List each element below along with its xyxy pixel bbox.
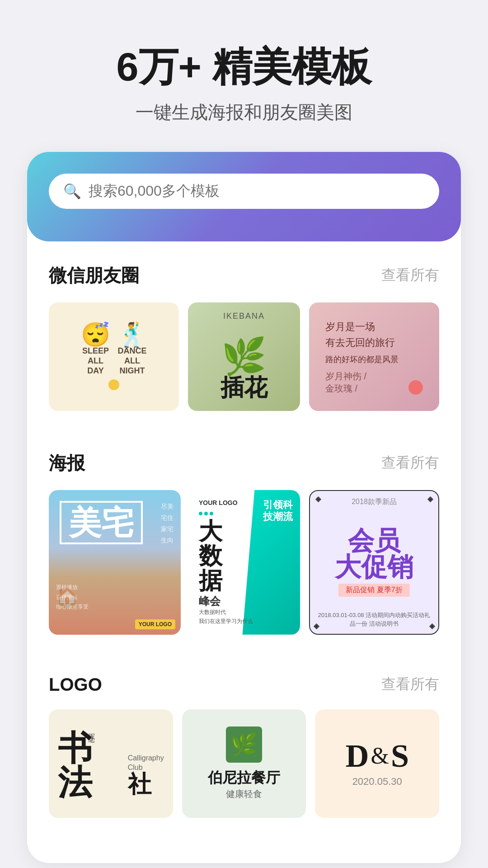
poster-2-title: 大数据: [199, 519, 291, 593]
restaurant-name: 伯尼拉餐厅: [208, 768, 280, 788]
poster-2-detail: 大数据时代我们在这里学习为什么: [199, 608, 291, 625]
dance-text: DANCEALLNIGHT: [117, 346, 146, 376]
monogram-letter2: S: [391, 740, 409, 772]
wechat-section-title: 微信朋友圈: [49, 263, 139, 288]
dance-emoji: 🕺: [117, 323, 147, 346]
poster-2-event: 峰会: [199, 595, 291, 608]
monogram-date: 2020.05.30: [352, 776, 402, 788]
sleep-text: SLEEPALLDAY: [82, 346, 109, 376]
wechat-section-header: 微信朋友圈 查看所有: [49, 263, 439, 288]
house-icon: 🏠: [56, 586, 79, 608]
search-bar[interactable]: 🔍: [49, 174, 439, 209]
search-icon: 🔍: [63, 183, 81, 200]
restaurant-sub: 健康轻食: [226, 788, 262, 800]
header-subtitle: 一键生成海报和朋友圈美图: [27, 100, 461, 125]
poster-section: 海报 查看所有 美宅 尽美宅住家宅生向 置样播放 百伴摄效 细心惬意享受 YOU…: [27, 429, 461, 635]
poster-3-bottom-deco: ◈ ◈: [314, 622, 435, 630]
plant-icon: 🌿: [221, 335, 267, 378]
poster-cards-row: 美宅 尽美宅住家宅生向 置样播放 百伴摄效 细心惬意享受 YOUR LOGO 🏠…: [49, 490, 439, 635]
restaurant-icon: 🌿: [226, 726, 262, 763]
poem-text: 岁月是一场 有去无回的旅行 路的好坏的都是风景: [325, 319, 423, 367]
calligraphy-en: Calligraphy Club: [128, 754, 164, 773]
monogram-ampersand: &: [371, 744, 389, 768]
wechat-card-sleep-dance[interactable]: 😴 SLEEPALLDAY 🕺 DANCEALLNIGHT: [49, 302, 179, 411]
logo-card-calligraphy[interactable]: 挥毫 书法 Calligraphy Club 社: [49, 709, 173, 818]
poster-card-bigdata[interactable]: YOUR LOGO 大数据 峰会 大数据时代我们在这里学习为什么 引领科技潮流: [190, 490, 300, 635]
monogram-row: D & S: [345, 740, 409, 772]
poster-section-title: 海报: [49, 451, 85, 476]
logo-section-header: LOGO 查看所有: [49, 675, 439, 695]
header-section: 6万+ 精美模板 一键生成海报和朋友圈美图: [0, 0, 488, 152]
poster-3-sub: 新品促销 夏季7折: [338, 584, 409, 597]
logo-card-ds[interactable]: D & S 2020.05.30: [315, 709, 439, 818]
search-header: 🔍: [27, 152, 461, 241]
wechat-section: 微信朋友圈 查看所有 😴 SLEEPALLDAY 🕺 DANCEALLNIGHT: [27, 241, 461, 411]
logo-view-all-link[interactable]: 查看所有: [381, 675, 439, 694]
orange-dot: [408, 380, 423, 395]
ikebana-cn-text: 插花: [188, 372, 300, 404]
poster-1-title: 美宅: [60, 501, 143, 544]
yellow-dot: [108, 379, 119, 390]
wechat-view-all-link[interactable]: 查看所有: [381, 265, 439, 285]
logo-section-title: LOGO: [49, 675, 102, 695]
logo-section: LOGO 查看所有 挥毫 书法 Calligraphy Club 社: [27, 653, 461, 818]
poster-3-year: 2018款季新品: [310, 497, 438, 507]
wechat-cards-row: 😴 SLEEPALLDAY 🕺 DANCEALLNIGHT IKEBANA 🌿 …: [49, 302, 439, 411]
calligraphy-cn-bottom: 社: [128, 773, 151, 796]
poem-tag: 岁月神伤 / 金玫瑰 /: [325, 370, 366, 395]
ikebana-en-text: IKEBANA: [188, 311, 300, 321]
poster-card-meizhai[interactable]: 美宅 尽美宅住家宅生向 置样播放 百伴摄效 细心惬意享受 YOUR LOGO 🏠: [49, 490, 181, 635]
monogram-letter1: D: [345, 740, 369, 772]
poster-section-header: 海报 查看所有: [49, 451, 439, 476]
search-input[interactable]: [89, 183, 425, 199]
logo-card-restaurant[interactable]: 🌿 伯尼拉餐厅 健康轻食: [182, 709, 306, 818]
poster-card-member[interactable]: ◈ ◈ 2018款季新品 会员 大促销 新品促销 夏季7折 2018.03.01…: [309, 490, 439, 635]
logo-cards-row: 挥毫 书法 Calligraphy Club 社 🌿 伯尼拉餐厅: [49, 709, 439, 818]
poster-1-sub: 尽美宅住家宅生向: [161, 501, 174, 547]
wechat-card-ikebana[interactable]: IKEBANA 🌿 插花: [188, 302, 300, 411]
calligraphy-cn-main: 书法: [58, 731, 124, 800]
wechat-card-poem[interactable]: 岁月是一场 有去无回的旅行 路的好坏的都是风景 岁月神伤 / 金玫瑰 /: [309, 302, 439, 411]
poster-1-logo-badge: YOUR LOGO: [135, 619, 175, 629]
poster-view-all-link[interactable]: 查看所有: [381, 453, 439, 473]
header-title: 6万+ 精美模板: [27, 45, 461, 89]
app-card: 🔍 微信朋友圈 查看所有 😴 SLEEPALLDAY 🕺 DANCEALLNIG…: [27, 152, 461, 863]
poster-3-title: 会员 大促销: [335, 528, 413, 580]
poster-2-right-text: 引领科技潮流: [263, 499, 293, 523]
sleep-emoji: 😴: [81, 323, 110, 346]
